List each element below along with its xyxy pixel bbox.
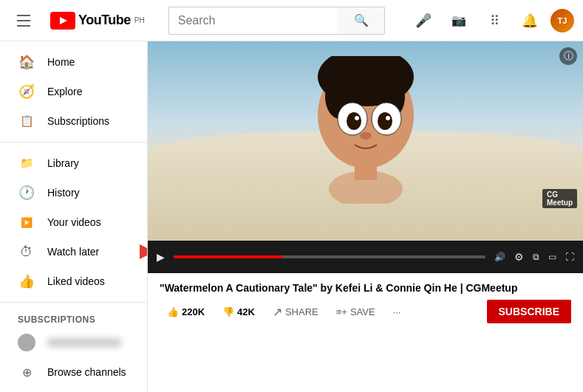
share-label: SHARE xyxy=(285,306,318,317)
video-container: ⓘ CGMeetup ▶ 🔊 ⚙ ⧉ ▭ ⛶ xyxy=(148,41,583,273)
thumbs-up-icon: 👍 xyxy=(167,306,179,317)
theater-mode-button[interactable]: ▭ xyxy=(548,252,556,262)
library-icon: 📁 xyxy=(18,157,35,170)
youtube-logo-icon xyxy=(50,12,75,30)
thumbs-down-icon: 👎 xyxy=(222,306,234,317)
volume-button[interactable]: 🔊 xyxy=(494,252,505,262)
sidebar-item-your-videos[interactable]: ▶️ Your videos xyxy=(0,207,147,237)
info-icon: ⓘ xyxy=(564,49,573,63)
header-left: YouTubePH xyxy=(9,6,145,35)
info-button[interactable]: ⓘ xyxy=(559,47,577,65)
more-icon: ··· xyxy=(393,306,401,317)
dislike-button[interactable]: 👎 42K xyxy=(215,302,262,322)
layout: 🏠 Home 🧭 Explore 📋 Subscriptions 📁 Libra… xyxy=(0,41,583,392)
sidebar-label-browse-channels: Browse channels xyxy=(47,366,126,378)
search-bar: 🔍 xyxy=(168,7,385,35)
youtube-country-label: PH xyxy=(134,16,145,24)
apps-button[interactable]: ⠿ xyxy=(480,6,509,35)
sidebar-item-sub1[interactable] xyxy=(0,328,147,357)
sidebar-item-liked-videos[interactable]: 👍 Liked videos xyxy=(0,267,147,296)
mic-button[interactable]: 🎤 xyxy=(409,6,438,35)
watch-later-icon: ⏱ xyxy=(18,244,35,260)
video-player[interactable]: ⓘ CGMeetup xyxy=(148,41,583,241)
sub1-avatar xyxy=(18,334,35,351)
subscribe-button[interactable]: SUBSCRIBE xyxy=(487,300,571,323)
progress-bar[interactable] xyxy=(174,255,485,258)
youtube-logo-text: YouTube xyxy=(78,13,131,28)
sidebar-divider-1 xyxy=(0,142,147,142)
add-circle-icon: ⊕ xyxy=(18,365,35,379)
settings-button[interactable]: ⚙ xyxy=(514,251,524,263)
svg-point-10 xyxy=(378,112,392,130)
sidebar-label-liked-videos: Liked videos xyxy=(47,275,105,287)
sidebar-item-watch-later[interactable]: ⏱ Watch later xyxy=(0,237,147,267)
cg-badge: CGMeetup xyxy=(542,189,577,208)
hamburger-menu-button[interactable] xyxy=(9,6,38,35)
search-icon: 🔍 xyxy=(354,13,369,27)
history-icon: 🕐 xyxy=(18,185,35,201)
save-button[interactable]: ≡+ SAVE xyxy=(329,302,383,322)
bell-icon: 🔔 xyxy=(522,13,538,29)
search-button[interactable]: 🔍 xyxy=(338,7,385,35)
home-icon: 🏠 xyxy=(18,54,35,70)
sidebar-label-your-videos: Your videos xyxy=(47,216,101,228)
svg-point-12 xyxy=(386,116,390,120)
video-controls: ▶ 🔊 ⚙ ⧉ ▭ ⛶ xyxy=(148,241,583,273)
svg-point-11 xyxy=(355,116,359,120)
save-label: SAVE xyxy=(350,306,375,317)
sidebar: 🏠 Home 🧭 Explore 📋 Subscriptions 📁 Libra… xyxy=(0,41,148,392)
like-button[interactable]: 👍 220K xyxy=(160,302,212,322)
cartoon-character xyxy=(299,56,432,204)
mic-icon: 🎤 xyxy=(415,13,432,29)
hamburger-icon xyxy=(11,9,36,32)
watch-later-row-wrapper: ⏱ Watch later xyxy=(0,237,147,267)
play-pause-button[interactable]: ▶ xyxy=(157,251,165,263)
more-actions-button[interactable]: ··· xyxy=(386,302,409,322)
svg-point-13 xyxy=(360,132,372,140)
explore-icon: 🧭 xyxy=(18,83,35,100)
header-center: 🔍 xyxy=(168,7,385,35)
header: YouTubePH 🔍 🎤 📷 ⠿ 🔔 TJ xyxy=(0,0,583,41)
share-icon: ↗ xyxy=(273,305,282,319)
sidebar-item-library[interactable]: 📁 Library xyxy=(0,148,147,178)
apps-icon: ⠿ xyxy=(490,13,500,29)
sidebar-divider-2 xyxy=(0,302,147,303)
save-icon: ≡+ xyxy=(336,306,347,317)
sidebar-item-subscriptions[interactable]: 📋 Subscriptions xyxy=(0,106,147,136)
liked-videos-icon: 👍 xyxy=(18,273,35,289)
sub1-name xyxy=(47,338,121,347)
progress-fill xyxy=(174,255,283,258)
video-actions: 👍 220K 👎 42K ↗ SHARE ≡+ SAVE ··· xyxy=(160,300,571,323)
search-input[interactable] xyxy=(168,7,338,35)
svg-point-9 xyxy=(347,112,361,130)
your-videos-icon: ▶️ xyxy=(18,217,35,228)
sidebar-label-subscriptions: Subscriptions xyxy=(47,115,109,127)
video-title: "Watermelon A Cautionary Tale" by Kefei … xyxy=(160,282,571,294)
svg-point-15 xyxy=(329,171,403,204)
sidebar-label-watch-later: Watch later xyxy=(47,246,99,258)
sidebar-label-home: Home xyxy=(47,56,75,68)
dislike-count: 42K xyxy=(237,306,255,317)
main-content: ⓘ CGMeetup ▶ 🔊 ⚙ ⧉ ▭ ⛶ " xyxy=(148,41,583,392)
like-count: 220K xyxy=(182,306,205,317)
cg-badge-text: CGMeetup xyxy=(547,190,573,207)
sidebar-label-library: Library xyxy=(47,157,79,169)
sidebar-item-browse-channels[interactable]: ⊕ Browse channels xyxy=(0,357,147,387)
subscriptions-icon: 📋 xyxy=(18,114,35,128)
fullscreen-button[interactable]: ⛶ xyxy=(565,252,574,262)
sidebar-item-explore[interactable]: 🧭 Explore xyxy=(0,77,147,106)
subscriptions-section-title: SUBSCRIPTIONS xyxy=(0,309,147,328)
camera-button[interactable]: 📷 xyxy=(444,6,474,35)
notifications-button[interactable]: 🔔 xyxy=(515,6,545,35)
avatar[interactable]: TJ xyxy=(550,9,574,32)
share-button[interactable]: ↗ SHARE xyxy=(265,300,326,323)
sidebar-item-home[interactable]: 🏠 Home xyxy=(0,47,147,77)
sidebar-item-history[interactable]: 🕐 History xyxy=(0,178,147,207)
header-right: 🎤 📷 ⠿ 🔔 TJ xyxy=(409,6,574,35)
video-info: "Watermelon A Cautionary Tale" by Kefei … xyxy=(148,273,583,332)
youtube-logo[interactable]: YouTubePH xyxy=(50,12,145,30)
sidebar-label-history: History xyxy=(47,187,80,199)
miniplayer-button[interactable]: ⧉ xyxy=(533,252,539,262)
sidebar-label-explore: Explore xyxy=(47,86,82,97)
camera-icon: 📷 xyxy=(451,13,466,27)
